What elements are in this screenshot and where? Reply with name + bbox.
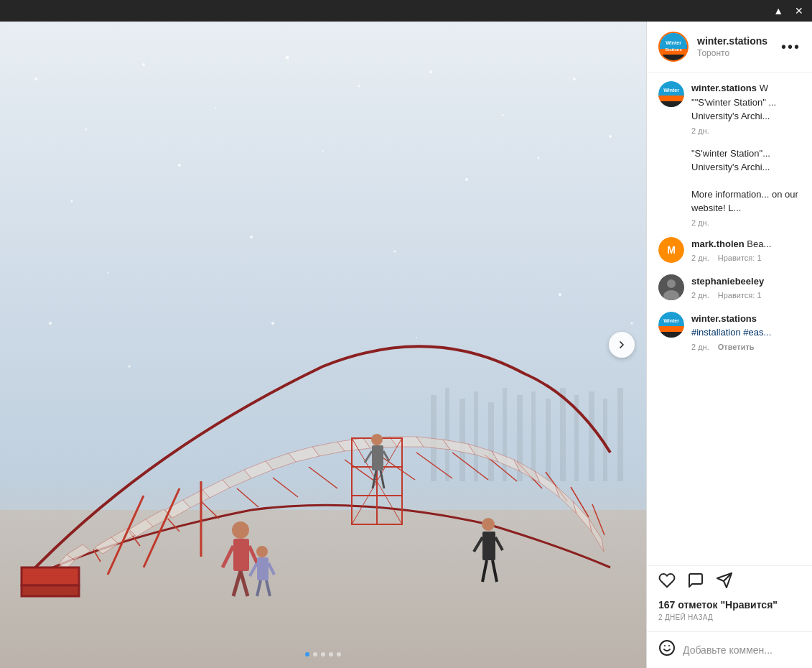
svg-rect-3 xyxy=(445,388,449,481)
comment-username[interactable]: winter.stations xyxy=(691,313,757,324)
dot-4[interactable] xyxy=(329,652,333,657)
dot-5[interactable] xyxy=(337,652,341,657)
svg-point-107 xyxy=(538,157,540,159)
like-button[interactable] xyxy=(658,572,676,593)
svg-rect-7 xyxy=(503,388,507,481)
svg-rect-4 xyxy=(459,399,465,481)
svg-rect-1 xyxy=(0,510,646,668)
svg-point-137 xyxy=(660,641,674,655)
dot-3[interactable] xyxy=(321,652,325,657)
next-image-button[interactable] xyxy=(609,332,635,358)
svg-rect-5 xyxy=(474,391,478,481)
close-icon[interactable]: ✕ xyxy=(795,5,803,17)
comment-time: 2 дн. xyxy=(691,126,709,135)
svg-point-106 xyxy=(465,178,468,181)
comment-avatar[interactable]: Winter xyxy=(658,81,684,107)
comment-item: Winter winter.stations #installation #ea… xyxy=(658,312,801,351)
post-author-avatar[interactable]: Winter Stations xyxy=(658,32,689,62)
svg-point-117 xyxy=(631,323,633,325)
minimize-icon[interactable]: ▲ xyxy=(773,5,783,17)
svg-point-101 xyxy=(502,114,504,116)
comment-avatar[interactable] xyxy=(658,274,684,300)
svg-rect-71 xyxy=(233,539,249,571)
dot-1[interactable] xyxy=(305,652,309,657)
svg-point-95 xyxy=(85,129,88,131)
comment-username[interactable]: winter.stations xyxy=(691,83,757,93)
svg-rect-15 xyxy=(617,388,623,481)
svg-point-114 xyxy=(271,322,274,325)
svg-point-96 xyxy=(142,63,145,66)
comment-text-input[interactable] xyxy=(683,644,808,656)
svg-rect-126 xyxy=(658,101,684,107)
comment-username[interactable]: mark.tholen xyxy=(691,238,745,249)
svg-point-111 xyxy=(394,251,396,253)
reply-button[interactable]: Ответить xyxy=(718,343,755,351)
svg-rect-10 xyxy=(546,399,551,481)
more-options-button[interactable]: ••• xyxy=(781,39,801,55)
comment-input-area xyxy=(647,631,812,668)
svg-point-94 xyxy=(34,78,37,80)
pagination-dots xyxy=(305,652,341,657)
share-button[interactable] xyxy=(716,572,733,593)
svg-rect-77 xyxy=(257,557,269,580)
comment-text: stephaniebeeley xyxy=(691,274,801,289)
likes-count: 167 отметок "Нравится" xyxy=(658,599,801,611)
svg-point-97 xyxy=(215,107,216,108)
dot-2[interactable] xyxy=(313,652,317,657)
svg-rect-9 xyxy=(531,391,536,481)
author-username[interactable]: winter.stations xyxy=(697,35,773,47)
steph-avatar-img xyxy=(658,274,684,300)
comment-button[interactable] xyxy=(687,572,704,593)
svg-point-100 xyxy=(429,70,432,73)
comment-content: Bea... xyxy=(747,238,771,249)
comment-meta: 2 дн. Нравится: 1 xyxy=(691,254,801,262)
svg-text:Winter: Winter xyxy=(663,318,679,323)
comment-avatar[interactable]: Winter xyxy=(658,312,684,338)
comment-body: winter.stations #installation #eas... 2 … xyxy=(691,312,801,351)
mark-avatar-img: M xyxy=(658,237,684,263)
comment-meta: 2 дн. xyxy=(691,126,801,135)
svg-text:Stations: Stations xyxy=(665,47,682,52)
caption-time: 2 дн. xyxy=(691,218,709,227)
top-bar: ▲ ✕ xyxy=(0,0,812,22)
svg-point-115 xyxy=(416,337,417,338)
svg-rect-11 xyxy=(560,388,566,481)
comment-time: 2 дн. xyxy=(691,343,709,351)
comment-item: stephaniebeeley 2 дн. Нравится: 1 xyxy=(658,274,801,300)
svg-point-102 xyxy=(573,78,576,80)
sidebar-header: Winter Stations winter.stations Торонто … xyxy=(647,22,812,73)
comment-body: winter.stations W ""S'winter Station" ..… xyxy=(691,81,801,135)
svg-rect-121 xyxy=(660,55,687,60)
actions-bar: 167 отметок "Нравится" 2 ДНЕЙ НАЗАД xyxy=(647,565,812,631)
svg-rect-14 xyxy=(603,399,607,481)
svg-point-98 xyxy=(286,56,289,60)
svg-point-110 xyxy=(250,236,253,238)
comment-text: winter.stations W ""S'winter Station" ..… xyxy=(691,81,801,124)
comment-time: 2 дн. xyxy=(691,254,709,262)
svg-point-70 xyxy=(232,521,249,539)
comment-item: Winter winter.stations W ""S'winter Stat… xyxy=(658,81,801,135)
svg-point-103 xyxy=(71,200,73,203)
svg-rect-89 xyxy=(482,532,495,560)
svg-rect-2 xyxy=(431,395,437,481)
sidebar: Winter Stations winter.stations Торонто … xyxy=(646,22,812,668)
caption-continuation: "S'winter Station"... University's Archi… xyxy=(658,147,801,237)
svg-point-99 xyxy=(358,85,360,88)
svg-rect-13 xyxy=(589,391,594,481)
emoji-button[interactable] xyxy=(658,639,676,661)
post-location: Торонто xyxy=(697,48,773,58)
caption-more-text: More information... on our website! L... xyxy=(691,187,801,215)
svg-point-113 xyxy=(129,366,131,368)
svg-rect-133 xyxy=(658,332,684,338)
comment-body: mark.tholen Bea... 2 дн. Нравится: 1 xyxy=(691,237,801,263)
svg-rect-83 xyxy=(372,445,383,470)
svg-text:Winter: Winter xyxy=(666,40,681,45)
svg-rect-6 xyxy=(488,402,494,481)
post-image xyxy=(0,22,646,668)
comment-username[interactable]: stephaniebeeley xyxy=(691,276,764,287)
comments-area: Winter winter.stations W ""S'winter Stat… xyxy=(647,73,812,565)
caption-text: "S'winter Station"... University's Archi… xyxy=(691,147,801,175)
svg-point-108 xyxy=(609,135,612,138)
comment-avatar[interactable]: M xyxy=(658,237,684,263)
comment-item: M mark.tholen Bea... 2 дн. Нравится: 1 xyxy=(658,237,801,263)
